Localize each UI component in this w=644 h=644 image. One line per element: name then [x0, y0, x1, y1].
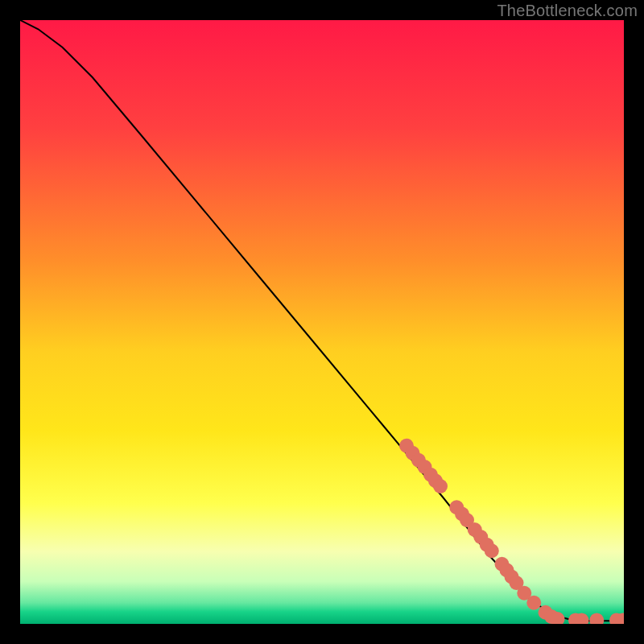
data-marker: [433, 479, 448, 493]
chart-frame: TheBottleneck.com: [0, 0, 644, 644]
gradient-background: [20, 20, 624, 624]
data-marker: [485, 543, 499, 558]
chart-svg: [20, 20, 624, 624]
data-marker: [526, 596, 541, 610]
plot-area: [20, 20, 624, 624]
attribution-text: TheBottleneck.com: [497, 2, 638, 20]
